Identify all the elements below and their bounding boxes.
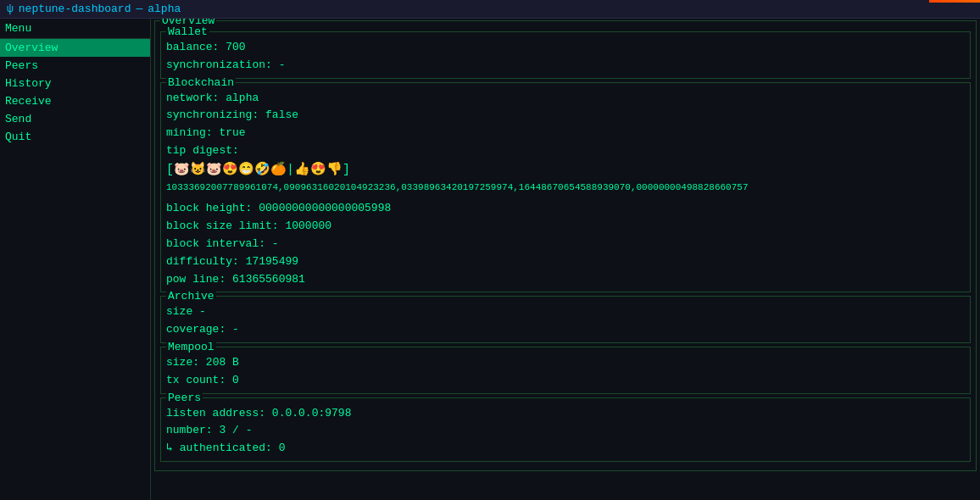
balance-label: balance: <box>166 41 219 53</box>
title-bar: ψ neptune-dashboard — alpha <box>0 0 980 19</box>
blockchain-section: Blockchain network: alpha synchronizing:… <box>160 82 971 293</box>
blockchain-tip-digest-label: tip digest: <box>166 142 965 160</box>
peers-number: number: 3 / - <box>166 422 965 440</box>
sidebar-item-overview[interactable]: Overview <box>0 39 150 57</box>
title-bar-subtitle: alpha <box>148 3 181 15</box>
sidebar-item-quit[interactable]: Quit <box>0 128 150 146</box>
main-layout: Menu Overview Peers History Receive Send… <box>0 19 980 500</box>
blockchain-synchronizing: synchronizing: false <box>166 107 965 125</box>
sync-label: synchronization: <box>166 58 272 71</box>
wallet-sync: synchronization: - <box>166 57 965 75</box>
archive-content: size - coverage: - <box>166 303 965 339</box>
mempool-section: Mempool size: 208 B tx count: 0 <box>160 347 971 394</box>
archive-size: size - <box>166 303 965 321</box>
mempool-label: Mempool <box>166 341 216 353</box>
peers-content: listen address: 0.0.0.0:9798 number: 3 /… <box>166 405 965 458</box>
blockchain-difficulty: difficulty: 17195499 <box>166 253 965 271</box>
blockchain-block-height: block height: 00000000000000005998 <box>166 200 965 218</box>
mempool-size: size: 208 B <box>166 354 965 372</box>
sidebar-item-receive[interactable]: Receive <box>0 92 150 110</box>
overview-section: Overview Wallet balance: 700 synchroniza… <box>154 20 977 471</box>
mempool-content: size: 208 B tx count: 0 <box>166 354 965 390</box>
wallet-label: Wallet <box>166 25 209 38</box>
archive-section: Archive size - coverage: - <box>160 296 971 343</box>
sidebar: Menu Overview Peers History Receive Send… <box>0 19 151 500</box>
title-bar-title: neptune-dashboard <box>19 3 131 15</box>
blockchain-content: network: alpha synchronizing: false mini… <box>166 90 965 289</box>
wallet-section: Wallet balance: 700 synchronization: - <box>160 31 971 79</box>
archive-coverage: coverage: - <box>166 321 965 339</box>
sidebar-header: Menu <box>0 19 150 39</box>
title-bar-separator: — <box>136 3 142 15</box>
blockchain-block-interval: block interval: - <box>166 236 965 253</box>
blockchain-pow-line: pow line: 61365560981 <box>166 271 965 289</box>
peers-listen-address: listen address: 0.0.0.0:9798 <box>166 405 965 423</box>
blockchain-tip-digest-number: 10333692007789961074,0909631602010492323… <box>166 181 965 196</box>
title-bar-icon: ψ <box>7 3 14 15</box>
content-area: Overview Wallet balance: 700 synchroniza… <box>151 19 980 500</box>
archive-label: Archive <box>166 290 216 303</box>
wallet-balance: balance: 700 <box>166 39 965 57</box>
peers-authenticated: ↳ authenticated: 0 <box>166 440 965 458</box>
sidebar-item-send[interactable]: Send <box>0 110 150 128</box>
mempool-tx-count: tx count: 0 <box>166 372 965 390</box>
wallet-content: balance: 700 synchronization: - <box>166 39 965 75</box>
blockchain-mining: mining: true <box>166 125 965 142</box>
blockchain-network: network: alpha <box>166 90 965 108</box>
blockchain-label: Blockchain <box>166 76 236 89</box>
sidebar-item-history[interactable]: History <box>0 75 150 92</box>
blockchain-tip-digest-emojis: [🐷😺🐷😍😁🤣🍊|👍😍👎] <box>166 160 965 181</box>
peers-section: Peers listen address: 0.0.0.0:9798 numbe… <box>160 397 971 462</box>
peers-label: Peers <box>166 392 203 404</box>
sidebar-item-peers[interactable]: Peers <box>0 57 150 75</box>
blockchain-block-size-limit: block size limit: 1000000 <box>166 218 965 236</box>
